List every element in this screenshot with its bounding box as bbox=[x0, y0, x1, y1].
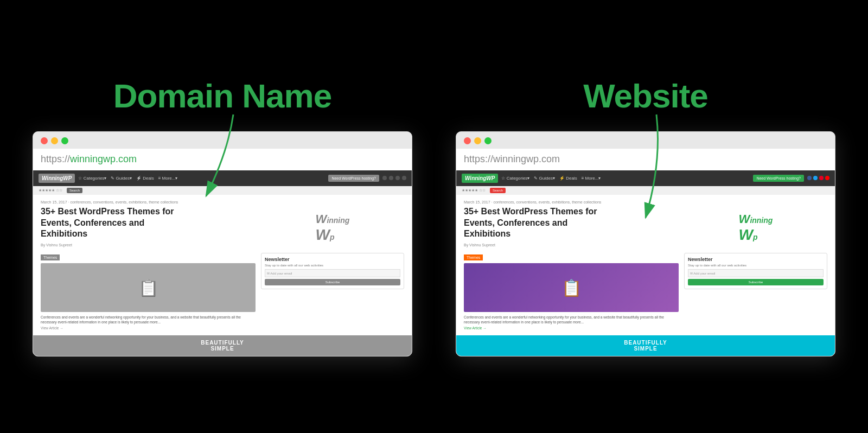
left-view-article: View Article → bbox=[41, 326, 256, 330]
left-nav-links: ☆ Categories▾ ✎ Guides▾ ⚡ Deals ≡ More..… bbox=[78, 176, 177, 181]
right-view-article: View Article → bbox=[464, 326, 679, 330]
right-site-logo: WinningWP bbox=[462, 174, 498, 183]
left-panel-title: Domain Name bbox=[113, 77, 331, 115]
right-social-icons bbox=[807, 176, 829, 180]
left-site-logo: WinningWP bbox=[39, 174, 75, 183]
right-site-nav: WinningWP ☆ Categories▾ ✎ Guides▾ ⚡ Deal… bbox=[456, 170, 835, 186]
left-browser-mock: https://winningwp.com WinningWP ☆ Catego… bbox=[33, 131, 412, 357]
right-site-author: By Vishnu Supreet bbox=[464, 243, 679, 247]
right-nav-links: ☆ Categories▾ ✎ Guides▾ ⚡ Deals ≡ More..… bbox=[501, 176, 601, 181]
right-nav-cta: Need WordPress hosting? bbox=[753, 175, 804, 182]
right-browser-mock: https://winningwp.com WinningWP ☆ Catego… bbox=[456, 131, 835, 357]
left-browser-chrome bbox=[33, 132, 412, 149]
right-browser-chrome bbox=[456, 132, 835, 149]
left-newsletter-input[interactable]: ✉ Add your email bbox=[265, 269, 400, 277]
left-site-title: 35+ Best WordPress Themes for Events, Co… bbox=[41, 206, 193, 240]
left-article-img: 📋 bbox=[41, 263, 256, 312]
left-url-green: winningwp.com bbox=[70, 154, 137, 165]
right-site-date: March 15, 2017 · conferences, convention… bbox=[464, 200, 827, 204]
dot-green-right bbox=[484, 137, 492, 144]
left-browser-dots bbox=[41, 137, 404, 144]
left-social-icons bbox=[382, 176, 406, 180]
dot-yellow-right bbox=[474, 137, 481, 144]
right-subscribe-btn[interactable]: Subscribe bbox=[688, 279, 824, 285]
left-panel: Domain Name https://winningwp.com bbox=[33, 77, 412, 357]
dot-red-left bbox=[41, 137, 48, 144]
right-article-img: 📋 bbox=[464, 263, 679, 312]
right-beautifully-banner: BEAUTIFULLYSIMPLE bbox=[456, 335, 835, 356]
dot-red-right bbox=[464, 137, 471, 144]
left-url-bar: https://winningwp.com bbox=[33, 149, 412, 170]
left-site-body: March 15, 2017 · conferences, convention… bbox=[33, 195, 412, 336]
left-nav-cta: Need WordPress hosting? bbox=[328, 175, 379, 182]
left-subscribe-btn[interactable]: Subscribe bbox=[265, 279, 400, 285]
left-excerpt: Conferences and events are a wonderful n… bbox=[41, 315, 256, 324]
left-browser-content: WinningWP ☆ Categories▾ ✎ Guides▾ ⚡ Deal… bbox=[33, 170, 412, 356]
left-main-content: 35+ Best WordPress Themes for Events, Co… bbox=[41, 206, 404, 330]
right-clipboard-icon: 📋 bbox=[561, 278, 582, 297]
right-search-btn: Search bbox=[490, 188, 506, 193]
right-sidebar: WinningWp Newsletter Stay up to date wit… bbox=[684, 206, 827, 330]
left-subnav: ★★★★★ ☆☆ Search bbox=[33, 186, 412, 195]
right-newsletter-input[interactable]: ✉ Add your email bbox=[688, 269, 824, 277]
left-newsletter-desc: Stay up to date with all our web activit… bbox=[265, 264, 400, 267]
left-clipboard-icon: 📋 bbox=[138, 278, 158, 297]
right-themes-badge: Themes bbox=[464, 254, 483, 260]
left-url-gray: https:// bbox=[41, 154, 70, 165]
right-site-body: March 15, 2017 · conferences, convention… bbox=[456, 195, 835, 336]
left-newsletter-title: Newsletter bbox=[265, 257, 400, 262]
right-main-content: 35+ Best WordPress Themes for Events, Co… bbox=[464, 206, 827, 330]
right-url-bar: https://winningwp.com bbox=[456, 149, 835, 170]
left-search-btn: Search bbox=[67, 188, 82, 193]
right-browser-dots bbox=[464, 137, 827, 144]
right-excerpt: Conferences and events are a wonderful n… bbox=[464, 315, 679, 324]
right-subnav: ★★★★★ ☆☆ Search bbox=[456, 186, 835, 195]
left-site-date: March 15, 2017 · conferences, convention… bbox=[41, 200, 404, 204]
right-newsletter-box: Newsletter Stay up to date with all our … bbox=[684, 253, 827, 289]
right-newsletter-title: Newsletter bbox=[688, 257, 824, 262]
right-browser-content: WinningWP ☆ Categories▾ ✎ Guides▾ ⚡ Deal… bbox=[456, 170, 835, 356]
left-logo-big: WinningWp bbox=[261, 206, 404, 250]
left-article: 35+ Best WordPress Themes for Events, Co… bbox=[41, 206, 256, 330]
main-container: Domain Name https://winningwp.com bbox=[0, 60, 868, 373]
right-logo-big: WinningWp bbox=[684, 206, 827, 250]
right-panel-title: Website bbox=[583, 77, 708, 115]
left-site-author: By Vishnu Supreet bbox=[41, 243, 256, 247]
right-newsletter-desc: Stay up to date with all our web activit… bbox=[688, 264, 824, 267]
left-themes-badge: Themes bbox=[41, 254, 60, 260]
left-sidebar: WinningWp Newsletter Stay up to date wit… bbox=[261, 206, 404, 330]
left-beautifully-banner: BEAUTIFULLYSIMPLE bbox=[33, 335, 412, 356]
right-article: 35+ Best WordPress Themes for Events, Co… bbox=[464, 206, 679, 330]
right-url-text: https://winningwp.com bbox=[464, 154, 560, 165]
dot-green-left bbox=[61, 137, 68, 144]
left-newsletter-box: Newsletter Stay up to date with all our … bbox=[261, 253, 404, 289]
left-site-nav: WinningWP ☆ Categories▾ ✎ Guides▾ ⚡ Deal… bbox=[33, 170, 412, 186]
dot-yellow-left bbox=[51, 137, 58, 144]
right-site-title: 35+ Best WordPress Themes for Events, Co… bbox=[464, 206, 616, 240]
right-panel: Website https://winningwp.com bbox=[456, 77, 835, 357]
